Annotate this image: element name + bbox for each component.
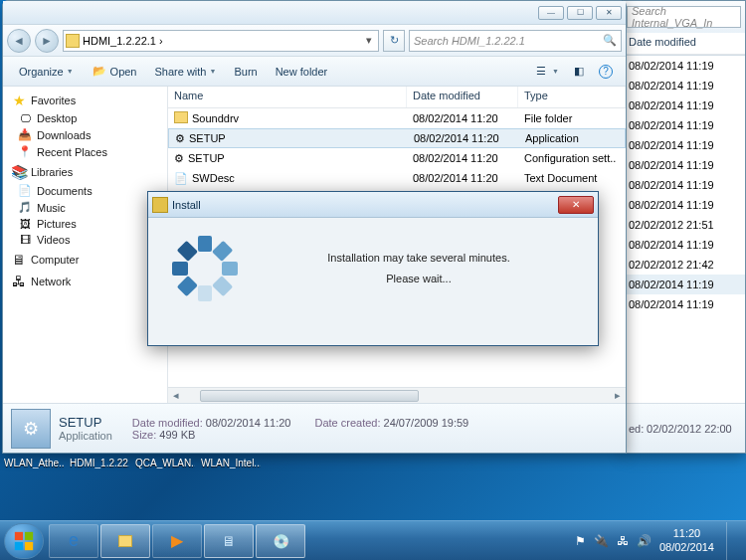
column-headers[interactable]: Name Date modified Type [168,87,626,108]
system-tray[interactable]: ⚑ 🔌 🖧 🔊 11:2008/02/2014 [569,522,742,560]
file-row[interactable]: 08/02/2014 11:19 [623,56,745,76]
taskbar-ie[interactable]: e [49,524,98,558]
navigation-tree[interactable]: ★Favorites 🖵Desktop📥Downloads📍Recent Pla… [3,87,168,403]
forward-button[interactable]: ► [35,29,59,53]
file-row[interactable]: 08/02/2014 11:19 [623,195,745,215]
organize-menu[interactable]: Organize▼ [11,63,82,81]
taskbar-app1[interactable]: 🖥 [204,524,254,558]
search-input[interactable]: Search HDMI_1.2.22.1🔍 [409,30,622,52]
desktop-icon[interactable]: WLAN_Athe... [4,458,64,468]
power-icon[interactable]: 🔌 [594,534,609,548]
taskbar-installer[interactable]: 💿 [256,524,305,558]
dialog-message-line1: Installation may take several minutes. [264,248,574,269]
tree-item-downloads[interactable]: 📥Downloads [3,126,167,143]
folder-icon [66,34,80,48]
minimize-button[interactable]: — [538,6,564,20]
tree-network[interactable]: 🖧Network [3,272,167,291]
tree-item-documents[interactable]: 📄Documents [3,182,167,199]
tree-item-videos[interactable]: 🎞Videos [3,232,167,248]
scrollbar-thumb[interactable] [200,390,419,402]
file-row[interactable]: 📄SWDesc 08/02/2014 11:20Text Document [168,168,626,188]
file-row[interactable]: ⚙SETUP 08/02/2014 11:20Configuration set… [168,148,626,168]
file-icon-large: ⚙ [11,409,51,449]
dialog-message-line2: Please wait... [264,269,574,289]
file-row[interactable]: 02/02/2012 21:51 [623,215,745,235]
open-button[interactable]: 📂Open [84,61,145,83]
spinner-icon [172,236,238,301]
windows-logo-icon [13,530,35,552]
search-icon: 🔍 [603,34,617,47]
horizontal-scrollbar[interactable]: ◂ ▸ [168,387,626,403]
refresh-button[interactable]: ↻ [383,30,405,52]
file-row[interactable]: 08/02/2014 11:19 [623,235,745,255]
desktop-icon[interactable]: WLAN_Intel... [201,458,261,468]
file-row[interactable]: 08/02/2014 11:19 [623,294,745,314]
back-button[interactable]: ◄ [7,29,31,53]
file-row[interactable]: 08/02/2014 11:19 [623,155,745,175]
flag-icon[interactable]: ⚑ [575,534,586,548]
tree-favorites[interactable]: ★Favorites [3,91,167,110]
svg-rect-1 [25,531,33,539]
taskbar-explorer[interactable] [100,524,150,558]
nav-row: ◄ ► HDMI_1.2.22.1 › ▾ ↻ Search HDMI_1.2.… [3,25,626,57]
column-header-date[interactable]: Date modified [623,33,745,55]
column-date[interactable]: Date modified [407,87,518,107]
burn-button[interactable]: Burn [226,63,265,81]
ie-icon: e [69,530,79,551]
taskbar[interactable]: e ▶ 🖥 💿 ⚑ 🔌 🖧 🔊 11:2008/02/2014 [0,520,746,560]
folder-icon [174,111,188,125]
search-input-secondary[interactable]: Search Internal_VGA_In [627,6,741,28]
tree-libraries[interactable]: 📚Libraries [3,162,167,182]
new-folder-button[interactable]: New folder [268,63,336,81]
network-icon: 🖧 [11,274,27,289]
network-tray-icon[interactable]: 🖧 [617,534,629,548]
help-icon: ? [599,65,613,79]
file-row[interactable]: ⚙SETUP 08/02/2014 11:20Application [168,128,626,148]
monitor-icon: 🖥 [222,533,236,549]
help-button[interactable]: ? [594,62,618,82]
details-pane-secondary: ed: 02/02/2012 22:00 [623,403,745,453]
clock[interactable]: 11:2008/02/2014 [659,527,714,555]
details-type: Application [59,430,112,442]
column-name[interactable]: Name [168,87,407,107]
desktop-icon[interactable]: HDMI_1.2.22.1 [70,458,129,468]
tree-item-pictures[interactable]: 🖼Pictures [3,216,167,232]
share-menu[interactable]: Share with▼ [147,63,225,81]
desktop-icon[interactable]: QCA_WLAN... [135,458,195,468]
column-type[interactable]: Type [518,87,626,107]
taskbar-wmp[interactable]: ▶ [152,524,202,558]
app-icon: ⚙ [175,132,185,145]
start-button[interactable] [4,523,44,559]
cfg-icon: ⚙ [174,152,184,165]
tree-item-music[interactable]: 🎵Music [3,199,167,216]
tree-computer[interactable]: 🖥Computer [3,250,167,270]
star-icon: ★ [11,93,27,108]
file-row[interactable]: 08/02/2014 11:19 [623,115,745,135]
details-pane: ⚙ SETUP Application Date modified: 08/02… [3,403,626,453]
open-icon: 📂 [92,64,107,80]
computer-icon: 🖥 [11,252,27,268]
tree-item-desktop[interactable]: 🖵Desktop [3,110,167,126]
file-row[interactable]: 02/02/2012 21:42 [623,255,745,275]
wmp-icon: ▶ [171,531,183,550]
tree-item-recent-places[interactable]: 📍Recent Places [3,143,167,160]
view-icon: ☰ [533,64,549,80]
address-bar[interactable]: HDMI_1.2.22.1 › ▾ [63,30,379,52]
show-desktop-button[interactable] [726,522,736,560]
volume-icon[interactable]: 🔊 [637,534,652,548]
preview-pane-button[interactable]: ◧ [566,61,592,83]
view-menu[interactable]: ☰▼ [528,61,564,83]
file-row[interactable]: 08/02/2014 11:19 [623,95,745,115]
file-row[interactable]: 08/02/2014 11:19 [623,135,745,155]
scroll-right-icon[interactable]: ▸ [610,389,626,402]
chevron-down-icon[interactable]: ▾ [362,34,376,47]
installer-icon: 💿 [273,533,289,549]
file-row[interactable]: 08/02/2014 11:19 [623,76,745,95]
close-button[interactable]: ✕ [596,6,622,20]
file-row[interactable]: 08/02/2014 11:19 [623,275,745,294]
scroll-left-icon[interactable]: ◂ [168,389,184,402]
file-row[interactable]: Sounddrv 08/02/2014 11:20File folder [168,108,626,128]
dialog-close-button[interactable]: ✕ [558,196,594,214]
maximize-button[interactable]: ☐ [567,6,593,20]
file-row[interactable]: 08/02/2014 11:19 [623,175,745,195]
